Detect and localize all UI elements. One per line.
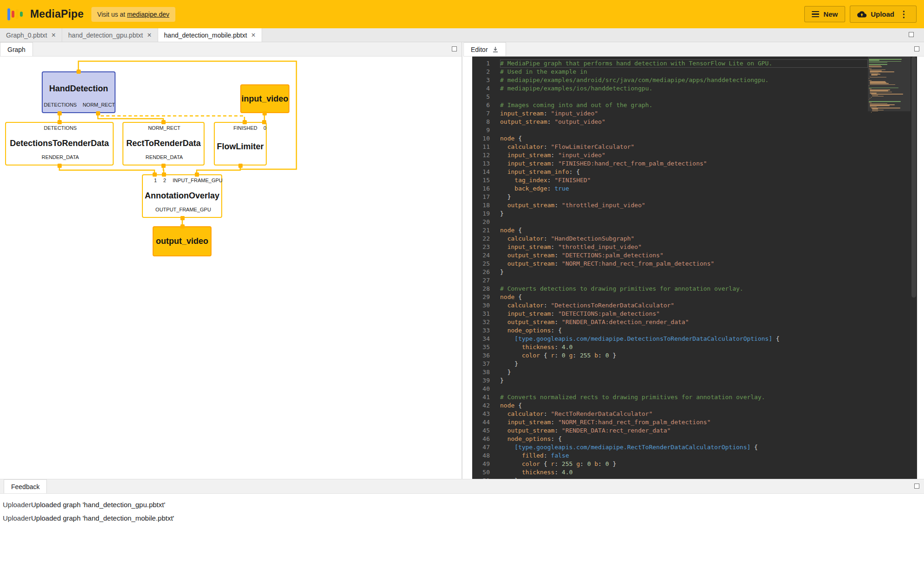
code-line: # Converts normalized rects to drawing p… <box>500 393 868 401</box>
output-port-label: RENDER_DATA <box>42 154 79 160</box>
line-number: 25 <box>472 260 490 268</box>
graph-edges <box>0 57 462 478</box>
tab-close-icon[interactable]: × <box>147 32 151 39</box>
graph-canvas[interactable]: HandDetectionDETECTIONSNORM_RECTinput_vi… <box>0 57 462 479</box>
line-number: 14 <box>472 168 490 176</box>
mediapipe-dev-link[interactable]: mediapipe.dev <box>127 11 169 18</box>
graph-node-AnnotationOverlay[interactable]: 12INPUT_FRAME_GPUAnnotationOverlayOUTPUT… <box>142 174 222 218</box>
port-icon <box>238 164 243 168</box>
node-input-labels: DETECTIONS <box>6 125 113 133</box>
code-line <box>500 93 868 101</box>
editor-popout-icon[interactable] <box>914 46 919 51</box>
line-number: 11 <box>472 143 490 151</box>
output-port-label: DETECTIONS <box>44 102 77 108</box>
code-line: input_stream: "FINISHED:hand_rect_from_p… <box>500 159 868 168</box>
app-header: MediaPipe Visit us at mediapipe.dev New … <box>0 0 924 28</box>
code-line: input_stream: "DETECTIONS:palm_detection… <box>500 310 868 318</box>
input-port-label: INPUT_FRAME_GPU <box>173 178 223 183</box>
code-line: input_stream: "input_video" <box>500 109 868 118</box>
code-line: output_stream: "RENDER_DATA:detection_re… <box>500 318 868 326</box>
port-icon <box>96 111 100 115</box>
line-number: 46 <box>472 435 490 443</box>
graph-node-input_video[interactable]: input_video <box>240 84 289 113</box>
code-line: input_stream: "throttled_input_video" <box>500 243 868 251</box>
mediapipe-logo-icon <box>7 7 23 22</box>
node-title: HandDetection <box>43 76 115 102</box>
graph-node-FlowLimiter[interactable]: FINISHED0FlowLimiter <box>214 122 267 166</box>
line-number: 36 <box>472 351 490 360</box>
node-input-labels <box>241 85 289 89</box>
minimap-slider[interactable] <box>868 57 911 111</box>
cloud-upload-icon <box>857 11 866 18</box>
file-tab[interactable]: Graph_0.pbtxt× <box>0 28 62 42</box>
code-line <box>500 218 868 226</box>
more-options-icon[interactable]: ⋮ <box>898 10 909 19</box>
upload-button[interactable]: Upload ⋮ <box>850 6 917 23</box>
line-number: 34 <box>472 335 490 343</box>
code-line: filled: false <box>500 452 868 460</box>
graph-node-DetectionsToRenderData[interactable]: DETECTIONSDetectionsToRenderDataRENDER_D… <box>5 122 114 166</box>
editor-minimap[interactable] <box>868 57 911 479</box>
visit-us-badge: Visit us at mediapipe.dev <box>91 7 175 22</box>
line-number: 44 <box>472 418 490 427</box>
graph-node-HandDetection[interactable]: HandDetectionDETECTIONSNORM_RECT <box>42 71 116 113</box>
node-output-labels: RENDER_DATA <box>6 154 113 162</box>
feedback-message: Uploaded graph 'hand_detection_mobile.pb… <box>31 514 174 522</box>
code-editor[interactable]: 1234567891011121314151617181920212223242… <box>472 57 917 479</box>
tab-graph[interactable]: Graph <box>0 42 33 56</box>
editor-scrollbar[interactable] <box>911 57 917 479</box>
code-line: output_stream: "DETECTIONS:palm_detectio… <box>500 251 868 260</box>
code-line: node_options: { <box>500 435 868 443</box>
code-line: output_stream: "output_video" <box>500 118 868 126</box>
graph-tab-label: Graph <box>7 46 26 53</box>
input-port-label: 1 <box>154 178 157 183</box>
node-title: input_video <box>241 89 289 108</box>
menu-icon <box>812 11 819 18</box>
code-line: tag_index: "FINISHED" <box>500 176 868 185</box>
visit-us-text: Visit us at <box>97 11 125 18</box>
port-icon <box>195 172 199 177</box>
port-icon <box>262 120 266 124</box>
code-line <box>500 126 868 134</box>
line-number: 26 <box>472 268 490 276</box>
tab-feedback[interactable]: Feedback <box>4 479 47 493</box>
tab-editor[interactable]: Editor <box>463 42 506 56</box>
input-port-label: FINISHED <box>233 125 257 131</box>
new-button[interactable]: New <box>804 6 845 22</box>
file-tab[interactable]: hand_detection_gpu.pbtxt× <box>62 28 158 42</box>
line-number: 39 <box>472 376 490 385</box>
code-line: node { <box>500 134 868 143</box>
feedback-popout-icon[interactable] <box>914 484 919 489</box>
line-number: 16 <box>472 185 490 193</box>
tabbar-popout-icon[interactable] <box>909 32 914 37</box>
line-number: 7 <box>472 109 490 118</box>
line-number: 40 <box>472 385 490 393</box>
graph-edge <box>59 166 154 174</box>
file-tab-label: Graph_0.pbtxt <box>6 32 47 39</box>
graph-node-RectToRenderData[interactable]: NORM_RECTRectToRenderDataRENDER_DATA <box>122 122 205 166</box>
node-output-labels: DETECTIONSNORM_RECT <box>43 102 115 109</box>
node-title: RectToRenderData <box>123 133 204 154</box>
node-title: FlowLimiter <box>215 133 266 161</box>
port-icon <box>161 120 166 124</box>
feedback-panel: Feedback UploaderUploaded graph 'hand_de… <box>0 479 924 573</box>
port-icon <box>58 111 62 115</box>
file-tab[interactable]: hand_detection_mobile.pbtxt× <box>158 28 262 42</box>
node-output-labels: OUTPUT_FRAME_GPU <box>143 206 221 214</box>
tab-close-icon[interactable]: × <box>51 32 56 39</box>
graph-node-output_video[interactable]: output_video <box>153 226 212 256</box>
code-line: back_edge: true <box>500 185 868 193</box>
node-input-labels: 12INPUT_FRAME_GPU <box>143 177 221 185</box>
editor-tab-label: Editor <box>471 46 488 53</box>
editor-code[interactable]: # MediaPipe graph that performs hand det… <box>494 57 868 479</box>
graph-popout-icon[interactable] <box>452 46 457 51</box>
node-title: output_video <box>154 231 211 252</box>
download-icon[interactable] <box>492 46 499 53</box>
code-line: # MediaPipe graph that performs hand det… <box>500 59 868 68</box>
editor-scrollbar-thumb[interactable] <box>911 57 916 298</box>
port-icon <box>58 120 62 124</box>
port-icon <box>243 120 247 124</box>
tab-close-icon[interactable]: × <box>251 32 256 39</box>
code-line: } <box>500 376 868 385</box>
line-number: 19 <box>472 210 490 218</box>
